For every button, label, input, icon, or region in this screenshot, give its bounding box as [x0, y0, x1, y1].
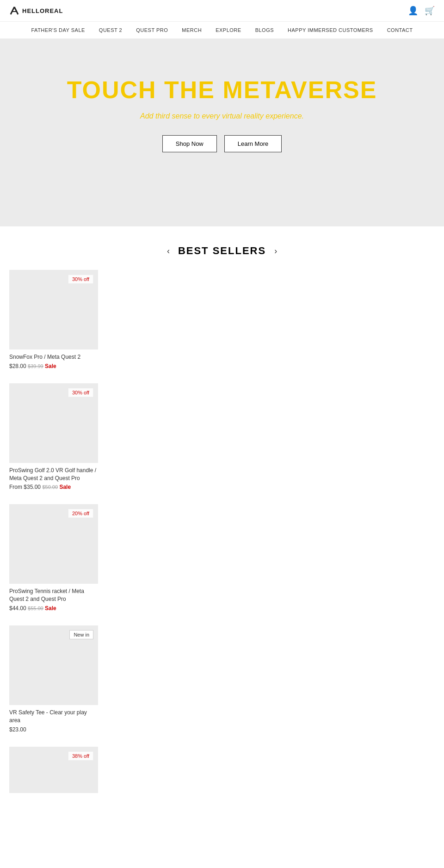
- shop-now-button[interactable]: Shop Now: [162, 135, 217, 152]
- product-image-4[interactable]: New in: [9, 625, 98, 705]
- price-current-3: $44.00: [9, 605, 26, 612]
- user-icon[interactable]: 👤: [408, 6, 418, 16]
- product-price-4: $23.00: [9, 726, 435, 733]
- badge-2: 30% off: [68, 388, 93, 397]
- price-current-4: $23.00: [9, 726, 26, 733]
- price-original-3: $55.00: [28, 606, 43, 611]
- price-original-1: $39.99: [28, 363, 43, 369]
- product-image-1[interactable]: 30% off: [9, 270, 98, 350]
- price-sale-label-2: Sale: [59, 484, 71, 490]
- header-icons: 👤 🛒: [408, 6, 435, 16]
- prev-arrow[interactable]: ‹: [167, 246, 170, 256]
- best-sellers-section: ‹ BEST SELLERS › 30% off SnowFox Pro / M…: [0, 226, 444, 820]
- product-price-1: $28.00 $39.99 Sale: [9, 363, 435, 369]
- price-current-2: $35.00: [24, 484, 41, 490]
- product-item: 30% off ProSwing Golf 2.0 VR Golf handle…: [9, 383, 435, 491]
- price-current-1: $28.00: [9, 363, 26, 369]
- product-price-3: $44.00 $55.00 Sale: [9, 605, 435, 612]
- header: HELLOREAL 👤 🛒: [0, 0, 444, 22]
- product-item: 30% off SnowFox Pro / Meta Quest 2 $28.0…: [9, 270, 435, 369]
- best-sellers-title: BEST SELLERS: [178, 245, 266, 257]
- next-arrow[interactable]: ›: [274, 246, 277, 256]
- badge-4: New in: [69, 630, 93, 639]
- nav-happy-immersed[interactable]: HAPPY IMMERSED CUSTOMERS: [288, 27, 373, 33]
- badge-1: 30% off: [68, 275, 93, 284]
- best-sellers-header: ‹ BEST SELLERS ›: [9, 245, 435, 257]
- logo-icon: [9, 6, 19, 16]
- nav-merch[interactable]: MERCH: [182, 27, 202, 33]
- price-sale-label-3: Sale: [45, 605, 56, 612]
- product-item: New in VR Safety Tee - Clear your play a…: [9, 625, 435, 733]
- product-item: 38% off: [9, 747, 435, 797]
- price-original-2: $50.00: [42, 484, 58, 490]
- logo-area: HELLOREAL: [9, 6, 63, 16]
- nav-explore[interactable]: EXPLORE: [216, 27, 241, 33]
- price-sale-label-1: Sale: [45, 363, 56, 369]
- nav-contact[interactable]: CONTACT: [387, 27, 413, 33]
- nav-quest-2[interactable]: QUEST 2: [99, 27, 122, 33]
- product-name-4: VR Safety Tee - Clear your play area: [9, 709, 98, 724]
- product-image-2[interactable]: 30% off: [9, 383, 98, 463]
- product-image-3[interactable]: 20% off: [9, 504, 98, 584]
- badge-5: 38% off: [68, 751, 93, 761]
- hero-title: TOUCH THE METAVERSE: [18, 76, 426, 104]
- nav-fathers-day-sale[interactable]: FATHER'S DAY SALE: [31, 27, 85, 33]
- product-image-5[interactable]: 38% off: [9, 747, 98, 793]
- product-name-3: ProSwing Tennis racket / Meta Quest 2 an…: [9, 587, 98, 603]
- badge-3: 20% off: [68, 509, 93, 518]
- nav-blogs[interactable]: BLOGS: [255, 27, 274, 33]
- learn-more-button[interactable]: Learn More: [224, 135, 282, 152]
- hero-subtitle: Add third sense to every virtual reality…: [18, 112, 426, 120]
- product-price-2: From $35.00 $50.00 Sale: [9, 484, 435, 490]
- product-item: 20% off ProSwing Tennis racket / Meta Qu…: [9, 504, 435, 612]
- products-list: 30% off SnowFox Pro / Meta Quest 2 $28.0…: [9, 270, 435, 811]
- product-name-2: ProSwing Golf 2.0 VR Golf handle / Meta …: [9, 467, 98, 482]
- hero-buttons: Shop Now Learn More: [18, 135, 426, 152]
- main-nav: FATHER'S DAY SALE QUEST 2 QUEST PRO MERC…: [0, 22, 444, 39]
- hero-section: TOUCH THE METAVERSE Add third sense to e…: [0, 39, 444, 226]
- product-name-1: SnowFox Pro / Meta Quest 2: [9, 353, 98, 361]
- price-prefix-2: From: [9, 484, 24, 490]
- nav-quest-pro[interactable]: QUEST PRO: [136, 27, 168, 33]
- cart-icon[interactable]: 🛒: [425, 6, 435, 16]
- logo-text: HELLOREAL: [22, 7, 63, 14]
